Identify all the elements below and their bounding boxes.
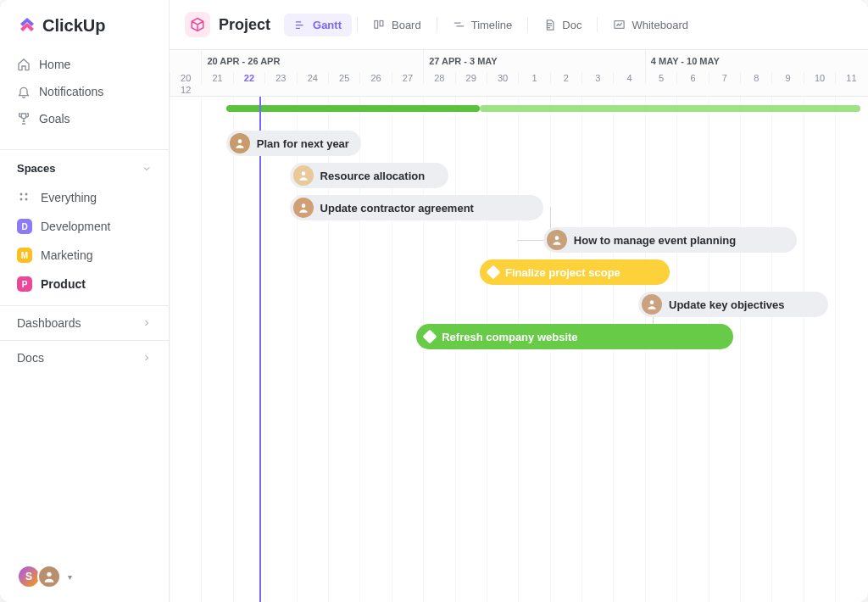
day-label[interactable]: 10 bbox=[804, 72, 835, 84]
day-label[interactable]: 23 bbox=[264, 72, 296, 84]
svg-rect-6 bbox=[380, 20, 383, 25]
day-label[interactable]: 27 bbox=[392, 72, 423, 84]
svg-point-0 bbox=[20, 193, 23, 196]
today-line: TODAY bbox=[259, 97, 261, 602]
task-bar[interactable]: Plan for next year bbox=[226, 131, 361, 156]
day-label[interactable]: 24 bbox=[297, 72, 328, 84]
view-doc[interactable]: Doc bbox=[533, 14, 592, 36]
day-row: 2021222324252627282930123456789101112 bbox=[170, 72, 868, 96]
task-bar[interactable]: Update key objectives bbox=[638, 292, 828, 317]
task-bar[interactable]: Resource allocation bbox=[290, 163, 448, 188]
day-label[interactable]: 2 bbox=[550, 72, 581, 84]
nav-goals-label: Goals bbox=[39, 112, 70, 125]
project-chip[interactable]: Project bbox=[185, 12, 270, 37]
sidebar-footer[interactable]: S ▾ bbox=[0, 551, 169, 602]
day-label[interactable]: 9 bbox=[771, 72, 803, 84]
timeline-header: 20 APR - 26 APR27 APR - 3 MAY4 MAY - 10 … bbox=[170, 50, 868, 97]
view-whiteboard[interactable]: Whiteboard bbox=[603, 14, 698, 36]
svg-point-11 bbox=[554, 236, 559, 240]
assignee-avatar[interactable] bbox=[642, 294, 662, 315]
task-bar[interactable]: Finalize project scope bbox=[480, 259, 670, 285]
task-label: Resource allocation bbox=[320, 170, 426, 182]
spaces-label: Spaces bbox=[17, 162, 56, 175]
day-label[interactable]: 21 bbox=[201, 72, 232, 84]
task-bar[interactable]: How to manage event planning bbox=[543, 227, 797, 253]
primary-nav: Home Notifications Goals bbox=[0, 47, 169, 142]
day-label[interactable]: 7 bbox=[709, 72, 740, 84]
gantt-icon bbox=[294, 19, 307, 31]
home-icon bbox=[17, 58, 31, 71]
task-label: Finalize project scope bbox=[505, 266, 620, 279]
space-product[interactable]: P Product bbox=[7, 270, 162, 298]
chevron-right-icon bbox=[142, 353, 152, 363]
day-label[interactable]: 22 bbox=[233, 72, 264, 84]
task-label: Update contractor agreement bbox=[320, 202, 474, 215]
assignee-avatar[interactable] bbox=[293, 198, 314, 218]
day-label[interactable]: 28 bbox=[423, 72, 454, 84]
task-label: Plan for next year bbox=[257, 137, 349, 150]
day-label[interactable]: 26 bbox=[359, 72, 391, 84]
spaces-section-header[interactable]: Spaces bbox=[0, 150, 169, 183]
milestone-diamond-icon bbox=[487, 265, 501, 280]
nav-goals[interactable]: Goals bbox=[7, 105, 162, 132]
day-label[interactable]: 25 bbox=[328, 72, 359, 84]
user-menu-caret-icon[interactable]: ▾ bbox=[68, 572, 72, 582]
view-doc-label: Doc bbox=[562, 19, 581, 31]
milestone-diamond-icon bbox=[423, 330, 437, 344]
assignee-avatar[interactable] bbox=[230, 133, 250, 153]
view-timeline[interactable]: Timeline bbox=[442, 14, 523, 36]
main: Project Gantt Board Timeline bbox=[170, 0, 868, 602]
view-separator bbox=[597, 17, 598, 32]
task-container: Plan for next yearResource allocationUpd… bbox=[170, 97, 868, 131]
space-development[interactable]: D Development bbox=[7, 212, 162, 241]
view-board[interactable]: Board bbox=[363, 14, 431, 36]
logo[interactable]: ClickUp bbox=[0, 0, 169, 47]
day-label[interactable]: 4 bbox=[613, 72, 644, 84]
task-bar[interactable]: Update contractor agreement bbox=[290, 195, 543, 220]
view-separator bbox=[357, 17, 358, 32]
view-gantt-label: Gantt bbox=[313, 19, 342, 31]
board-icon bbox=[373, 19, 386, 31]
svg-point-8 bbox=[237, 139, 242, 143]
collapsible-dashboards[interactable]: Dashboards bbox=[0, 305, 169, 340]
task-label: Refresh company website bbox=[442, 331, 577, 343]
assignee-avatar[interactable] bbox=[547, 230, 567, 250]
day-label[interactable]: 29 bbox=[455, 72, 487, 84]
space-badge-m: M bbox=[17, 248, 32, 263]
cube-icon bbox=[185, 12, 210, 37]
view-separator bbox=[437, 17, 437, 32]
svg-rect-5 bbox=[375, 20, 378, 28]
day-label[interactable]: 20 bbox=[170, 72, 201, 84]
day-label[interactable]: 1 bbox=[518, 72, 549, 84]
view-whiteboard-label: Whiteboard bbox=[632, 19, 687, 31]
sidebar: ClickUp Home Notifications Goals Spaces bbox=[0, 0, 170, 602]
day-label[interactable]: 8 bbox=[740, 72, 771, 84]
task-bar[interactable]: Refresh company website bbox=[416, 324, 733, 349]
gantt-body[interactable]: TODAY Plan for next yearResource allocat… bbox=[170, 97, 868, 602]
project-title: Project bbox=[219, 16, 270, 34]
space-list: Everything D Development M Marketing P P… bbox=[0, 183, 169, 305]
day-label[interactable]: 30 bbox=[487, 72, 518, 84]
nav-notifications[interactable]: Notifications bbox=[7, 78, 162, 105]
day-label[interactable]: 5 bbox=[645, 72, 676, 84]
clickup-logo-icon bbox=[17, 15, 37, 36]
space-everything[interactable]: Everything bbox=[7, 183, 162, 212]
collapsible-docs[interactable]: Docs bbox=[0, 340, 169, 375]
view-separator bbox=[527, 17, 528, 32]
day-label[interactable]: 3 bbox=[581, 72, 613, 84]
space-marketing[interactable]: M Marketing bbox=[7, 241, 162, 270]
everything-icon bbox=[17, 190, 32, 205]
svg-point-10 bbox=[301, 203, 305, 208]
nav-home[interactable]: Home bbox=[7, 51, 162, 78]
day-label[interactable]: 11 bbox=[835, 72, 866, 84]
day-label[interactable]: 12 bbox=[170, 84, 201, 96]
week-label: 20 APR - 26 APR bbox=[201, 50, 423, 72]
space-marketing-label: Marketing bbox=[41, 248, 92, 262]
day-label[interactable]: 6 bbox=[676, 72, 708, 84]
space-everything-label: Everything bbox=[41, 191, 97, 204]
user-avatar-2[interactable] bbox=[37, 565, 61, 588]
space-development-label: Development bbox=[41, 220, 111, 233]
brand-name: ClickUp bbox=[42, 16, 105, 36]
view-gantt[interactable]: Gantt bbox=[284, 14, 352, 36]
assignee-avatar[interactable] bbox=[293, 165, 314, 186]
